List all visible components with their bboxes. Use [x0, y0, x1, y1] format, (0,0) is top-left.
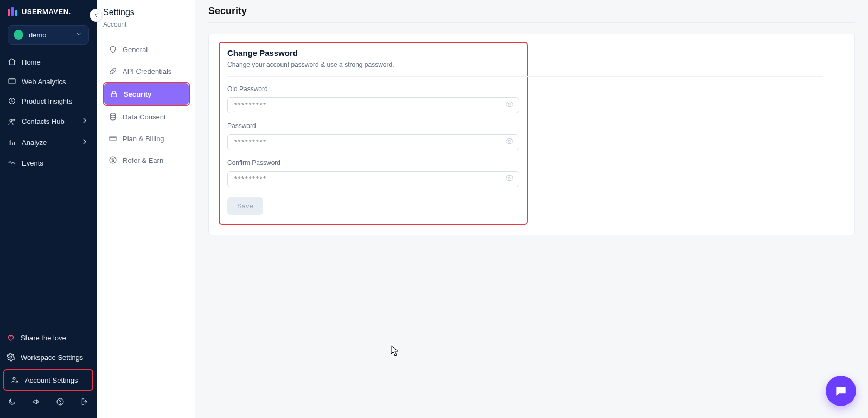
svg-point-14 — [508, 140, 510, 142]
nav-account-settings-label: Account Settings — [25, 376, 78, 384]
nav-account-settings[interactable]: Account Settings — [3, 369, 93, 391]
confirm-password-input[interactable] — [227, 171, 519, 187]
analyze-icon — [8, 138, 16, 147]
svg-point-13 — [508, 103, 510, 105]
brand-name: USERMAVEN. — [22, 8, 71, 16]
settings-item-label: General — [123, 46, 148, 54]
logout-icon[interactable] — [80, 397, 89, 408]
settings-sidebar: Settings Account General API Credentials… — [97, 0, 195, 418]
settings-item-label: Plan & Billing — [123, 135, 164, 143]
nav-workspace-settings[interactable]: Workspace Settings — [0, 347, 97, 367]
workspace-avatar — [14, 30, 23, 40]
gear-icon — [7, 353, 15, 362]
workspace-switcher[interactable]: demo — [8, 25, 89, 45]
settings-item-label: Refer & Earn — [123, 156, 163, 164]
divider — [227, 76, 823, 77]
nav-product-insights[interactable]: Product Insights — [1, 91, 95, 111]
web-analytics-icon — [8, 77, 16, 86]
page-title: Security — [208, 5, 855, 17]
contacts-icon — [8, 117, 16, 126]
divider — [208, 22, 855, 23]
eye-icon[interactable] — [505, 174, 514, 185]
nav-web-analytics[interactable]: Web Analytics — [1, 72, 95, 91]
svg-point-2 — [10, 119, 12, 122]
link-icon — [108, 67, 117, 75]
product-insights-icon — [8, 97, 16, 105]
nav-analyze[interactable]: Analyze — [1, 132, 95, 153]
field-new-password: Password — [227, 122, 519, 150]
sidebar-bottom: Share the love Workspace Settings Accoun… — [0, 328, 97, 418]
settings-item-general[interactable]: General — [103, 39, 190, 60]
workspace-name: demo — [29, 31, 47, 39]
sidebar-toolbar — [0, 393, 97, 414]
chat-widget[interactable] — [826, 376, 856, 406]
chat-icon — [834, 384, 848, 398]
chevron-right-icon — [80, 137, 89, 148]
confirm-password-label: Confirm Password — [227, 159, 519, 167]
main-sidebar: USERMAVEN. demo Home Web Analytics Produ… — [0, 0, 97, 418]
heart-icon — [7, 333, 15, 342]
eye-icon[interactable] — [505, 100, 514, 111]
main-content: Security Change Password Change your acc… — [195, 0, 868, 418]
svg-point-15 — [508, 177, 510, 179]
settings-item-label: Data Consent — [123, 113, 166, 121]
help-icon[interactable] — [56, 397, 65, 408]
svg-rect-0 — [9, 79, 15, 84]
settings-item-data-consent[interactable]: Data Consent — [103, 106, 190, 128]
cursor-icon — [391, 345, 399, 358]
chevron-left-icon — [92, 11, 100, 19]
highlight-box: Security — [103, 82, 190, 106]
nav-events-label: Events — [22, 159, 43, 167]
nav-events[interactable]: Events — [1, 153, 95, 173]
svg-point-5 — [13, 377, 15, 379]
shield-icon — [108, 45, 117, 54]
svg-point-4 — [10, 356, 12, 358]
home-icon — [8, 58, 16, 66]
new-password-input[interactable] — [227, 134, 519, 150]
save-button[interactable]: Save — [227, 197, 263, 215]
dollar-icon — [108, 156, 117, 164]
primary-nav: Home Web Analytics Product Insights Cont… — [0, 51, 97, 174]
card-icon — [108, 134, 117, 143]
change-password-card: Change Password Change your account pass… — [208, 34, 855, 235]
chevron-right-icon — [80, 116, 89, 126]
svg-point-8 — [60, 403, 61, 404]
nav-contacts-hub[interactable]: Contacts Hub — [1, 111, 95, 132]
old-password-input[interactable] — [227, 97, 519, 113]
brand: USERMAVEN. — [0, 0, 97, 20]
settings-title: Settings — [103, 8, 190, 17]
chevron-down-icon — [75, 30, 83, 40]
svg-point-6 — [16, 381, 18, 382]
announcements-icon[interactable] — [32, 397, 41, 408]
svg-point-3 — [13, 119, 15, 121]
svg-point-10 — [110, 113, 115, 116]
user-settings-icon — [11, 376, 20, 384]
collapse-sidebar-button[interactable] — [90, 9, 103, 22]
events-icon — [8, 159, 16, 167]
settings-item-api[interactable]: API Credentials — [103, 60, 190, 82]
settings-item-label: API Credentials — [123, 67, 171, 75]
nav-home-label: Home — [22, 58, 41, 66]
nav-home[interactable]: Home — [1, 52, 95, 72]
field-confirm-password: Confirm Password — [227, 159, 519, 187]
nav-contacts-hub-label: Contacts Hub — [22, 117, 65, 125]
settings-item-security[interactable]: Security — [104, 83, 189, 105]
nav-analyze-label: Analyze — [22, 138, 47, 147]
settings-item-plan-billing[interactable]: Plan & Billing — [103, 128, 190, 149]
svg-rect-11 — [110, 136, 116, 141]
settings-item-label: Security — [124, 90, 151, 98]
new-password-label: Password — [227, 122, 519, 130]
nav-product-insights-label: Product Insights — [22, 97, 72, 105]
nav-share-love-label: Share the love — [21, 334, 66, 342]
settings-item-refer-earn[interactable]: Refer & Earn — [103, 149, 190, 171]
highlight-box: Change Password Change your account pass… — [219, 42, 528, 225]
divider — [103, 34, 186, 34]
eye-icon[interactable] — [505, 137, 514, 148]
brand-logo-icon — [8, 7, 17, 16]
database-icon — [108, 112, 117, 121]
nav-workspace-settings-label: Workspace Settings — [21, 353, 83, 362]
nav-share-love[interactable]: Share the love — [0, 328, 97, 347]
nav-web-analytics-label: Web Analytics — [22, 78, 66, 86]
theme-toggle-icon[interactable] — [8, 397, 16, 408]
settings-subtitle: Account — [103, 21, 190, 28]
